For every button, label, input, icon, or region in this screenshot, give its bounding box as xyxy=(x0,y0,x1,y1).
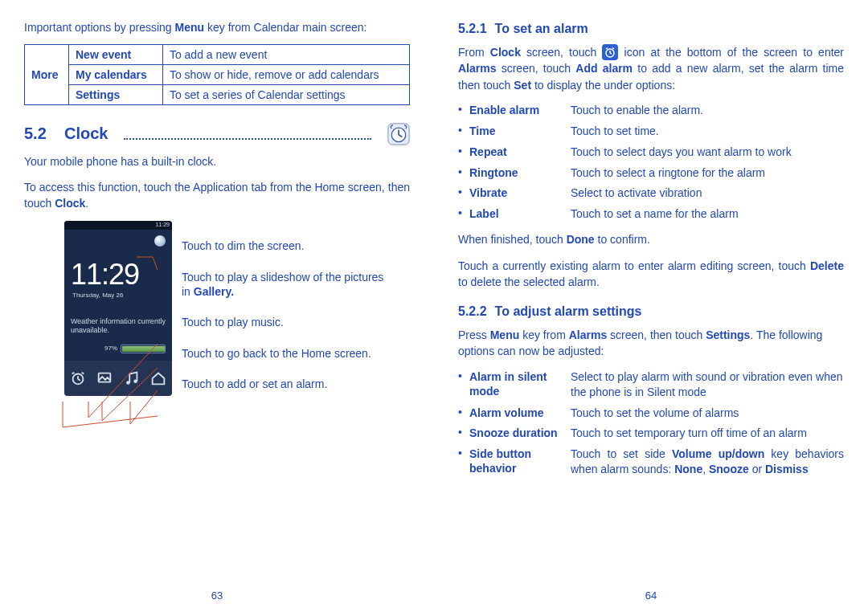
paragraph: Touch a currently existing alarm to ente… xyxy=(458,258,844,291)
svg-point-10 xyxy=(126,381,130,386)
svg-line-6 xyxy=(78,379,80,381)
option-row: •Snooze durationTouch to set temporary t… xyxy=(458,426,844,441)
dotted-leader xyxy=(124,138,371,140)
option-row: •VibrateSelect to activate vibration xyxy=(458,186,844,201)
page-number: 64 xyxy=(434,589,868,602)
callout: Touch to go back to the Home screen. xyxy=(182,346,391,361)
heading-title: To adjust alarm settings xyxy=(495,304,642,318)
table-row-desc: To add a new event xyxy=(162,44,409,64)
calendar-options-table: More New event To add a new event My cal… xyxy=(24,44,410,105)
page-number: 63 xyxy=(0,589,434,602)
callout: Touch to dim the screen. xyxy=(182,239,391,254)
section-number: 5.2 xyxy=(24,124,53,143)
heading-5-2-2: 5.2.2To adjust alarm settings xyxy=(458,304,844,319)
text-bold: Clock xyxy=(55,197,85,210)
table-row-desc: To show or hide, remove or add calendars xyxy=(162,64,409,84)
phone-weather: Weather information currently unavailabl… xyxy=(71,317,166,334)
table-row-label: Settings xyxy=(69,84,163,104)
heading-title: To set an alarm xyxy=(495,22,588,35)
callout: Touch to add or set an alarm. xyxy=(182,377,391,392)
heading-5-2-1: 5.2.1To set an alarm xyxy=(458,22,844,36)
music-icon xyxy=(123,369,141,387)
paragraph: When finished, touch Done to confirm. xyxy=(458,231,844,247)
home-icon xyxy=(149,369,167,387)
alarm-icon xyxy=(602,44,618,60)
calendar-intro: Important options by pressing Menu key f… xyxy=(24,20,410,36)
options-522: •Alarm in silent modeSelect to play alar… xyxy=(458,369,844,477)
svg-line-16 xyxy=(612,48,614,50)
table-row-desc: To set a series of Calendar settings xyxy=(162,84,409,104)
section-heading-clock: 5.2 Clock xyxy=(24,123,410,145)
page-left: Important options by pressing Menu key f… xyxy=(0,0,434,616)
moon-icon xyxy=(154,235,166,247)
phone-time: 11:29 xyxy=(71,258,139,292)
option-row: •Enable alarmTouch to enable the alarm. xyxy=(458,103,844,118)
paragraph: From Clock screen, touch icon at the bot… xyxy=(458,44,844,93)
option-row: •Alarm volumeTouch to set the volume of … xyxy=(458,406,844,421)
text: . xyxy=(85,197,88,210)
option-row: •TimeTouch to set time. xyxy=(458,124,844,139)
text-bold: Gallery. xyxy=(194,285,234,298)
table-row-label: New event xyxy=(69,44,163,64)
clock-figure: 11:29 11:29 Thursday, May 26 Weather inf… xyxy=(64,221,410,396)
option-row: •RepeatTouch to select days you want ala… xyxy=(458,145,844,160)
option-row: •RingtoneTouch to select a ringtone for … xyxy=(458,165,844,181)
alarm-icon xyxy=(69,369,87,387)
svg-line-7 xyxy=(72,373,74,374)
svg-point-11 xyxy=(133,380,137,384)
text: key from Calendar main screen: xyxy=(204,21,366,34)
options-521: •Enable alarmTouch to enable the alarm. … xyxy=(458,103,844,222)
svg-rect-9 xyxy=(99,373,111,382)
callout: Touch to play music. xyxy=(182,315,391,330)
option-row: •Alarm in silent modeSelect to play alar… xyxy=(458,369,844,400)
option-row: • Side button behavior Touch to set side… xyxy=(458,447,844,477)
phone-status-bar: 11:29 xyxy=(64,221,172,230)
phone-bottom-bar xyxy=(64,361,172,396)
callouts: Touch to dim the screen. Touch to play a… xyxy=(182,221,391,396)
svg-line-14 xyxy=(610,53,612,54)
callout: Touch to play a slideshow of the picture… xyxy=(182,270,391,300)
phone-date: Thursday, May 26 xyxy=(72,292,123,299)
paragraph: Your mobile phone has a built-in clock. xyxy=(24,153,410,169)
clock-app-icon xyxy=(387,123,410,145)
phone-battery-bar xyxy=(121,345,166,353)
heading-number: 5.2.2 xyxy=(458,304,487,318)
paragraph: Press Menu key from Alarms screen, then … xyxy=(458,327,844,360)
heading-number: 5.2.1 xyxy=(458,22,487,35)
gallery-icon xyxy=(96,369,113,387)
option-row: •LabelTouch to set a name for the alarm xyxy=(458,206,844,222)
text-bold: Menu xyxy=(175,21,205,34)
text: Important options by pressing xyxy=(24,21,175,34)
paragraph: To access this function, touch the Appli… xyxy=(24,179,410,212)
phone-battery-label: 97% xyxy=(104,345,117,352)
section-title: Clock xyxy=(64,124,108,143)
page-right: 5.2.1To set an alarm From Clock screen, … xyxy=(434,0,868,616)
table-more-cell: More xyxy=(25,44,69,104)
phone-screenshot: 11:29 11:29 Thursday, May 26 Weather inf… xyxy=(64,221,172,396)
svg-line-8 xyxy=(81,373,84,374)
table-row-label: My calendars xyxy=(69,64,163,84)
svg-line-15 xyxy=(606,48,608,50)
